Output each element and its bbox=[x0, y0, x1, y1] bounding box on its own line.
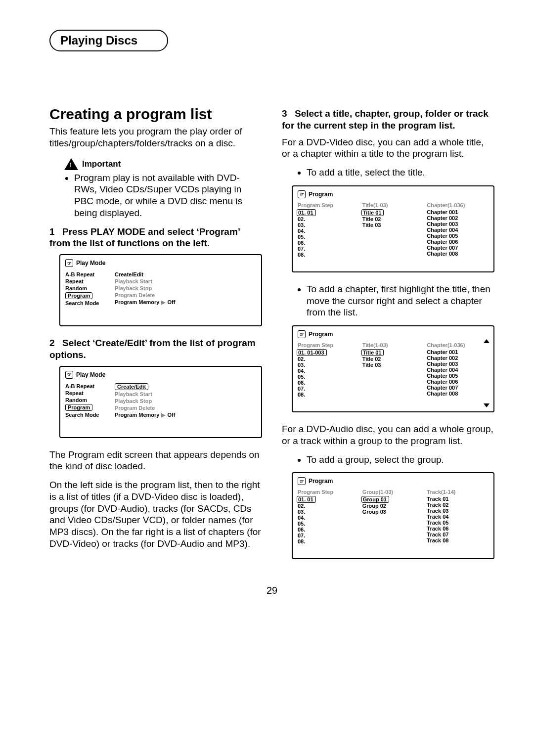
important-label: Important bbox=[82, 159, 121, 169]
step-number: 2 bbox=[49, 337, 62, 349]
scroll-up-icon bbox=[484, 339, 490, 343]
group-selected: Group 01 bbox=[361, 496, 389, 503]
pm-item: Repeat bbox=[65, 390, 115, 397]
step-selected: 01. 01 bbox=[297, 496, 316, 503]
step-selected: 01. 01 bbox=[297, 209, 316, 216]
chapter-row: Chapter 004 bbox=[427, 367, 489, 373]
paragraph: For a DVD-Audio disc, you can add a whol… bbox=[282, 423, 494, 447]
track-row: Track 03 bbox=[427, 508, 489, 514]
chapter-row: Chapter 003 bbox=[427, 361, 489, 367]
col-head: Chapter(1-036) bbox=[427, 202, 489, 209]
pm-memory-state: Off bbox=[167, 412, 175, 418]
osd-title: Play Mode bbox=[76, 371, 105, 378]
osd-program-group: Program Program Step 01. 01 02. 03. 04. … bbox=[292, 472, 494, 559]
step-row: 05. bbox=[298, 374, 359, 380]
chapter-row: Chapter 001 bbox=[427, 349, 489, 355]
track-row: Track 07 bbox=[427, 532, 489, 537]
pm-item: Search Mode bbox=[65, 411, 115, 418]
osd-program-title: Program Program Step 01. 01 02. 03. 04. … bbox=[292, 185, 494, 272]
hand-icon bbox=[298, 190, 306, 198]
step-row: 07. bbox=[298, 533, 359, 538]
step-row: 03. bbox=[298, 509, 359, 515]
track-row: Track 01 bbox=[427, 496, 489, 502]
col-head: Chapter(1-036) bbox=[427, 342, 489, 349]
step-row: 04. bbox=[298, 228, 359, 234]
track-row: Track 05 bbox=[427, 520, 489, 526]
group-row: Group 02 bbox=[362, 503, 424, 509]
pm-item: Random bbox=[65, 397, 115, 403]
pm-option: Program Delete bbox=[115, 292, 256, 299]
pm-option: Playback Stop bbox=[115, 398, 256, 404]
pm-option: Playback Start bbox=[115, 391, 256, 398]
step-row: 03. bbox=[298, 222, 359, 228]
section-tab: Playing Discs bbox=[49, 30, 168, 51]
intro-text: This feature lets you program the play o… bbox=[49, 126, 262, 149]
chapter-row: Chapter 005 bbox=[427, 233, 489, 239]
bullet: To add a group, select the group. bbox=[307, 454, 494, 466]
pm-memory-state: Off bbox=[167, 299, 175, 305]
title-selected: Title 01 bbox=[361, 209, 384, 216]
scroll-down-icon bbox=[484, 403, 490, 407]
hand-icon bbox=[65, 371, 73, 379]
step-row: 04. bbox=[298, 515, 359, 521]
important-bullet: Program play is not available with DVD-R… bbox=[74, 172, 262, 219]
track-row: Track 02 bbox=[427, 502, 489, 508]
bullet: To add a title, select the title. bbox=[307, 167, 494, 178]
pm-option: Program Memory bbox=[115, 299, 159, 305]
step-row: 02. bbox=[298, 503, 359, 509]
step-row: 05. bbox=[298, 521, 359, 527]
step-number: 3 bbox=[282, 108, 295, 120]
osd-title: Program bbox=[309, 331, 333, 338]
step-selected: 01. 01-003 bbox=[297, 349, 327, 356]
chapter-row: Chapter 002 bbox=[427, 215, 489, 221]
group-row: Group 03 bbox=[362, 509, 424, 515]
step-row: 02. bbox=[298, 356, 359, 362]
chapter-row: Chapter 001 bbox=[427, 209, 489, 215]
pm-option-selected: Create/Edit bbox=[115, 383, 148, 390]
step-row: 08. bbox=[298, 538, 359, 544]
triangle-icon: ▶ bbox=[161, 412, 165, 418]
pm-option: Playback Stop bbox=[115, 285, 256, 292]
hand-icon bbox=[298, 330, 306, 338]
chapter-row: Chapter 008 bbox=[427, 391, 489, 397]
warning-icon bbox=[64, 158, 78, 170]
chapter-row: Chapter 008 bbox=[427, 251, 489, 257]
step3-heading: Select a title, chapter, group, folder o… bbox=[282, 108, 489, 131]
pm-item-selected: Program bbox=[65, 404, 92, 411]
step-row: 06. bbox=[298, 240, 359, 246]
chapter-row: Chapter 004 bbox=[427, 227, 489, 233]
title-row: Title 02 bbox=[362, 356, 424, 362]
triangle-icon: ▶ bbox=[161, 299, 165, 305]
title-selected: Title 01 bbox=[361, 349, 384, 356]
step-number: 1 bbox=[49, 226, 62, 238]
paragraph: On the left side is the program list, th… bbox=[49, 479, 262, 550]
pm-item: A-B Repeat bbox=[65, 383, 115, 390]
chapter-row: Chapter 005 bbox=[427, 373, 489, 379]
step-row: 07. bbox=[298, 386, 359, 392]
osd-title: Program bbox=[309, 478, 333, 485]
step-row: 04. bbox=[298, 368, 359, 374]
title-row: Title 02 bbox=[362, 216, 424, 222]
pm-item: A-B Repeat bbox=[65, 271, 115, 278]
step-row: 03. bbox=[298, 362, 359, 368]
col-head: Program Step bbox=[298, 342, 359, 349]
pm-item: Random bbox=[65, 285, 115, 292]
hand-icon bbox=[298, 477, 306, 485]
col-head: Program Step bbox=[298, 489, 359, 496]
col-head: Program Step bbox=[298, 202, 359, 209]
step-row: 08. bbox=[298, 392, 359, 398]
step-row: 06. bbox=[298, 527, 359, 533]
osd-title: Program bbox=[309, 191, 333, 198]
pm-item: Search Mode bbox=[65, 300, 115, 307]
step-row: 06. bbox=[298, 380, 359, 386]
bullet: To add a chapter, first highlight the ti… bbox=[307, 283, 494, 318]
paragraph: The Program edit screen that appears dep… bbox=[49, 449, 262, 473]
osd-playmode-1: Play Mode A-B Repeat Repeat Random Progr… bbox=[59, 254, 262, 326]
pm-option: Program Delete bbox=[115, 404, 256, 411]
osd-title: Play Mode bbox=[76, 260, 105, 267]
page-title: Creating a program list bbox=[49, 106, 262, 123]
step-row: 05. bbox=[298, 234, 359, 240]
paragraph: For a DVD-Video disc, you can add a whol… bbox=[282, 136, 494, 160]
pm-item: Repeat bbox=[65, 278, 115, 285]
pm-option: Playback Start bbox=[115, 278, 256, 285]
